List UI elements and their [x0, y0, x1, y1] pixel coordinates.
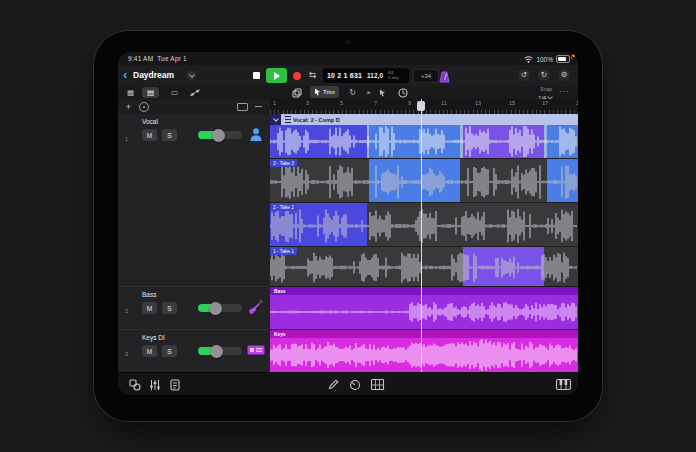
editor-pencil-button[interactable] [326, 378, 340, 391]
solo-button[interactable]: S [162, 345, 177, 357]
take3-selected-section[interactable] [369, 159, 460, 203]
track-number: 2 [125, 308, 128, 314]
solo-button[interactable]: S [162, 302, 177, 314]
redo-button[interactable]: ↻ [538, 69, 550, 81]
comp-section-take2[interactable] [270, 125, 367, 158]
track-header-vocal[interactable]: 1 Vocal M S [118, 114, 270, 158]
comp-section-take3[interactable] [369, 125, 460, 158]
keys-region[interactable]: Keys [270, 329, 578, 373]
track-header-bass[interactable]: 2 Bass M S [118, 286, 270, 330]
project-menu-button[interactable] [187, 71, 196, 80]
bass-region-label: Bass [274, 289, 285, 294]
takes-icon [285, 116, 291, 123]
take1-selected-section[interactable] [463, 247, 544, 287]
keys-region-label: Keys [274, 332, 285, 337]
take-lane-2[interactable]: 2 - Take 2 [270, 202, 578, 247]
ruler-bar-3: 3 [306, 100, 309, 106]
more-button[interactable]: ··· [559, 87, 570, 96]
take-label: 3 - Take 3 [270, 159, 297, 167]
duplicate-icon[interactable] [290, 87, 304, 98]
plugins-button[interactable] [168, 378, 182, 391]
view-tool-bar: ▦ ▤ ▭ [118, 86, 578, 100]
main-toolbar: ‹ Daydream ⇆ 10 2 1 631 112,0 4/4 C maj … [118, 65, 578, 87]
add-track-button[interactable]: + [123, 101, 134, 112]
play-surface-keyboard-button[interactable] [556, 378, 570, 391]
back-chevron-icon[interactable]: ‹ [123, 68, 127, 81]
automation-button[interactable] [186, 87, 203, 98]
ruler-bar-15: 15 [509, 100, 515, 106]
bottom-toolbar [118, 372, 578, 395]
di-box-icon [247, 345, 265, 355]
join-tool-button[interactable] [376, 87, 389, 98]
battery-percent: 100% [536, 56, 553, 63]
bass-guitar-icon [248, 299, 264, 315]
bass-region[interactable]: Bass [270, 286, 578, 330]
play-button[interactable] [266, 68, 287, 83]
header-display-icon[interactable] [237, 103, 248, 111]
ruler-bar-11: 11 [441, 100, 447, 106]
take3-selected-section-b[interactable] [547, 159, 578, 203]
volume-slider[interactable] [198, 131, 242, 139]
settings-button[interactable]: ⚙ [558, 69, 570, 81]
solo-button[interactable]: S [162, 129, 177, 141]
loop-tool-button[interactable]: ↻ [346, 87, 359, 98]
status-time: 9:41 AM [128, 55, 153, 62]
ruler-bar-7: 7 [374, 100, 377, 106]
play-icon [274, 72, 280, 80]
split-tool-button[interactable]: × [362, 87, 375, 98]
status-bar: 9:41 AM Tue Apr 1 100% [118, 52, 578, 65]
take-folder-disclosure-button[interactable] [270, 114, 281, 125]
lcd-key: C maj [388, 76, 398, 81]
header-collapse-icon[interactable] [255, 106, 262, 107]
comp-section-take1[interactable] [463, 125, 544, 158]
volume-slider[interactable] [198, 304, 242, 312]
cycle-button[interactable]: ⇆ [305, 68, 320, 82]
status-time-date: 9:41 AM Tue Apr 1 [128, 55, 187, 62]
record-button[interactable] [289, 69, 304, 82]
trim-tool-button[interactable]: Trim [310, 86, 339, 98]
track-name: Keys DI [142, 334, 165, 341]
smart-controls-button[interactable] [348, 378, 362, 391]
browser-view-button[interactable]: ▦ [122, 87, 139, 98]
track-name: Bass [142, 291, 156, 298]
comp-section-take3b[interactable] [547, 125, 578, 158]
mic-in-use-indicator [572, 54, 575, 57]
take-lane-3[interactable]: 3 - Take 3 [270, 158, 578, 203]
status-date: Tue Apr 1 [157, 55, 187, 62]
track-options-icon[interactable] [139, 102, 149, 112]
take-folder-header[interactable]: Vocal: 2 - Comp D [270, 114, 578, 125]
take-lane-1[interactable]: 1 - Take 1 [270, 246, 578, 287]
midi-activity-badge: +34 [413, 69, 439, 83]
mute-button[interactable]: M [142, 129, 157, 141]
stop-icon [253, 72, 260, 79]
project-title[interactable]: Daydream [133, 70, 174, 80]
tracks-timeline[interactable]: Vocal: 2 - Comp D 3 - Take 3 [270, 114, 578, 372]
track-header-keys[interactable]: 3 Keys DI M S [118, 329, 270, 373]
ruler-bar-17: 17 [542, 100, 548, 106]
lcd-display[interactable]: 10 2 1 631 112,0 4/4 C maj [323, 68, 409, 83]
track-number: 3 [125, 351, 128, 357]
battery-icon [556, 55, 570, 63]
stop-button[interactable] [249, 69, 264, 82]
undo-button[interactable]: ↺ [518, 69, 530, 81]
mixer-button[interactable] [148, 378, 162, 391]
track-header-strip: + [118, 99, 271, 115]
volume-slider[interactable] [198, 347, 242, 355]
comp-lane[interactable] [270, 125, 578, 158]
marquee-tool-button[interactable]: ▭ [166, 87, 183, 98]
piano-roll-button[interactable] [370, 378, 384, 391]
logic-pro-screen: 9:41 AM Tue Apr 1 100% ‹ Daydream [118, 52, 578, 395]
snap-label: Snap [538, 86, 552, 92]
metronome-icon[interactable] [439, 69, 450, 87]
record-icon [293, 72, 301, 80]
tracks-view-button[interactable]: ▤ [142, 87, 159, 98]
playhead-handle[interactable] [417, 101, 425, 111]
mute-button[interactable]: M [142, 302, 157, 314]
playhead-line [421, 99, 422, 372]
ruler-bar-19: 19 [576, 100, 578, 106]
mute-button[interactable]: M [142, 345, 157, 357]
trim-tool-label: Trim [323, 89, 335, 95]
track-number: 1 [125, 136, 128, 142]
browser-button[interactable] [128, 378, 142, 391]
quantize-clock-button[interactable] [396, 87, 409, 98]
